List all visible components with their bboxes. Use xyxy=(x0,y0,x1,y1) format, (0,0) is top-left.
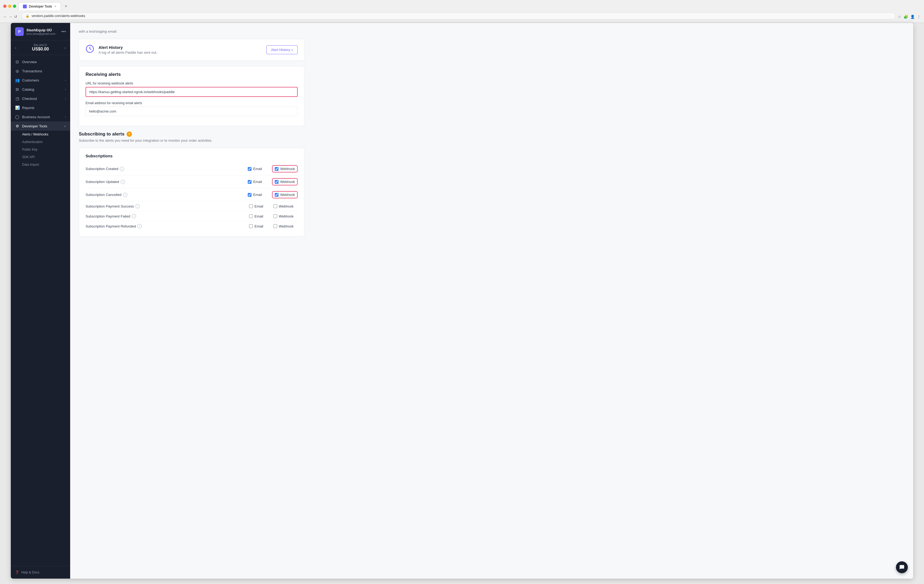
sidebar-item-label-developer-tools: Developer Tools xyxy=(22,124,61,128)
sub-webhook-checkbox-updated[interactable] xyxy=(275,180,279,184)
table-row: Subscription Payment Refunded i Email We… xyxy=(86,221,298,231)
sidebar-item-developer-tools[interactable]: ⚙ Developer Tools ∨ xyxy=(11,121,70,130)
menu-icon[interactable]: ⋮ xyxy=(917,15,921,19)
sub-email-checkbox-updated[interactable] xyxy=(248,180,251,184)
balance-amount: US$0.00 xyxy=(32,47,49,51)
tab-close-button[interactable]: ✕ xyxy=(54,5,56,8)
balance-section: ‹ Balance US$0.00 › xyxy=(11,40,70,55)
sidebar-subitem-authentication[interactable]: Authentication xyxy=(11,138,70,146)
sub-webhook-check-updated: Webhook xyxy=(272,178,298,185)
subscriptions-title: Subscriptions xyxy=(86,153,298,158)
balance-label: Balance xyxy=(32,44,49,47)
sub-webhook-checkbox-payment-success[interactable] xyxy=(273,204,277,208)
table-row: Subscription Cancelled i Email Webhook xyxy=(86,188,298,201)
sub-info-icon-payment-failed[interactable]: i xyxy=(132,214,136,218)
profile-icon[interactable]: 👤 xyxy=(910,15,915,19)
sidebar-footer: ❓ Help & Docs xyxy=(11,566,70,579)
checkout-icon: ◳ xyxy=(15,96,20,101)
alert-history-button[interactable]: Alert History » xyxy=(266,45,298,54)
extensions-icon[interactable]: 🧩 xyxy=(904,15,908,19)
help-docs-item[interactable]: ❓ Help & Docs xyxy=(15,571,66,574)
sub-name-payment-success: Subscription Payment Success i xyxy=(86,204,249,208)
catalog-chevron-icon: › xyxy=(65,88,66,91)
sub-webhook-checkbox-payment-refunded[interactable] xyxy=(273,224,277,228)
catalog-icon: ⊟ xyxy=(15,87,20,91)
top-hint: with a test/staging email. xyxy=(79,30,304,33)
sidebar-item-business-account[interactable]: ◯ Business Account › xyxy=(11,112,70,121)
sub-webhook-checkbox-cancelled[interactable] xyxy=(275,193,279,197)
bookmark-icon[interactable]: ☆ xyxy=(898,15,901,19)
traffic-light-yellow[interactable] xyxy=(8,5,12,8)
sidebar-item-label-overview: Overview xyxy=(22,60,66,64)
sidebar-item-label-checkout: Checkout xyxy=(22,97,62,101)
transactions-icon: ◎ xyxy=(15,69,20,73)
webhook-url-input[interactable] xyxy=(86,87,298,97)
sub-name-payment-refunded: Subscription Payment Refunded i xyxy=(86,224,249,228)
sub-email-check-updated: Email xyxy=(248,180,272,184)
sidebar-header: P SlashEquip OÜ loris.leiva@gmail.com ••… xyxy=(11,23,70,40)
reload-button[interactable]: ↺ xyxy=(14,15,17,19)
sub-email-checkbox-payment-success[interactable] xyxy=(249,204,253,208)
sidebar-item-label-catalog: Catalog xyxy=(22,87,62,91)
forward-button[interactable]: → xyxy=(9,15,12,19)
sub-info-icon-cancelled[interactable]: i xyxy=(123,193,127,197)
help-docs-label: Help & Docs xyxy=(21,571,40,574)
traffic-light-green[interactable] xyxy=(13,5,16,8)
sub-email-check-payment-success: Email xyxy=(249,204,273,208)
sub-info-icon-updated[interactable]: i xyxy=(120,180,125,184)
brand: P SlashEquip OÜ loris.leiva@gmail.com xyxy=(15,27,55,36)
main-content-area: with a test/staging email. Alert History… xyxy=(70,23,913,579)
sub-webhook-check-payment-failed: Webhook xyxy=(273,214,298,218)
sidebar-subitem-sdk-api[interactable]: SDK API xyxy=(11,153,70,161)
sub-webhook-check-created: Webhook xyxy=(272,165,298,172)
chat-button[interactable] xyxy=(896,561,908,573)
help-icon: ❓ xyxy=(15,571,19,574)
reports-icon: 📊 xyxy=(15,106,20,110)
sub-info-icon-payment-refunded[interactable]: i xyxy=(137,224,142,228)
sub-email-checkbox-payment-refunded[interactable] xyxy=(249,224,253,228)
sidebar-subitem-data-import[interactable]: Data Import xyxy=(11,161,70,168)
tab-title: Developer Tools xyxy=(29,5,52,8)
receiving-alerts-title: Receiving alerts xyxy=(86,72,298,77)
sub-name-updated: Subscription Updated i xyxy=(86,180,248,184)
table-row: Subscription Payment Failed i Email Webh… xyxy=(86,211,298,221)
email-alert-input[interactable] xyxy=(86,107,298,116)
sub-info-icon-created[interactable]: i xyxy=(120,167,124,171)
table-row: Subscription Created i Email Webhook xyxy=(86,162,298,175)
sidebar-item-transactions[interactable]: ◎ Transactions xyxy=(11,66,70,76)
sub-email-checkbox-payment-failed[interactable] xyxy=(249,214,253,218)
checkout-chevron-icon: › xyxy=(65,97,66,100)
browser-tab[interactable]: Developer Tools ✕ xyxy=(18,2,61,10)
sidebar-item-checkout[interactable]: ◳ Checkout › xyxy=(11,94,70,103)
alert-history-icon xyxy=(86,45,94,55)
balance-next-button[interactable]: › xyxy=(64,46,66,50)
sidebar-subitem-alerts-webhooks[interactable]: Alerts / Webhooks xyxy=(11,130,70,138)
url-bar[interactable]: vendors.paddle.com/alerts-webhooks xyxy=(31,14,892,18)
sub-email-checkbox-created[interactable] xyxy=(248,167,251,171)
sidebar-subitem-public-key[interactable]: Public Key xyxy=(11,146,70,153)
sub-webhook-checkbox-created[interactable] xyxy=(275,167,279,171)
sub-webhook-checkbox-payment-failed[interactable] xyxy=(273,214,277,218)
sub-info-icon-payment-success[interactable]: i xyxy=(135,204,140,208)
sub-webhook-check-payment-success: Webhook xyxy=(273,204,298,208)
sidebar-options-button[interactable]: ••• xyxy=(61,29,66,34)
new-tab-button[interactable]: + xyxy=(62,2,70,10)
customers-chevron-icon: › xyxy=(65,79,66,82)
subscribing-info-badge[interactable]: ? xyxy=(127,132,132,137)
sidebar-item-reports[interactable]: 📊 Reports xyxy=(11,103,70,112)
traffic-light-red[interactable] xyxy=(3,5,7,8)
sidebar-item-catalog[interactable]: ⊟ Catalog › xyxy=(11,85,70,94)
sidebar-item-customers[interactable]: 👥 Customers › xyxy=(11,76,70,85)
customers-icon: 👥 xyxy=(15,78,20,82)
overview-icon: ⊡ xyxy=(15,59,20,64)
subscribing-description: Subscribe to the alerts you need for you… xyxy=(79,139,304,142)
sidebar-item-overview[interactable]: ⊡ Overview xyxy=(11,57,70,66)
back-button[interactable]: ← xyxy=(3,15,7,19)
sub-email-check-created: Email xyxy=(248,167,272,171)
balance-prev-button[interactable]: ‹ xyxy=(15,46,16,50)
sidebar-item-label-transactions: Transactions xyxy=(22,69,66,73)
sidebar-item-label-customers: Customers xyxy=(22,78,62,82)
sub-webhook-check-cancelled: Webhook xyxy=(272,191,298,198)
alert-history-card: Alert History A log of all alerts Paddle… xyxy=(79,39,304,61)
sub-email-checkbox-cancelled[interactable] xyxy=(248,193,251,197)
